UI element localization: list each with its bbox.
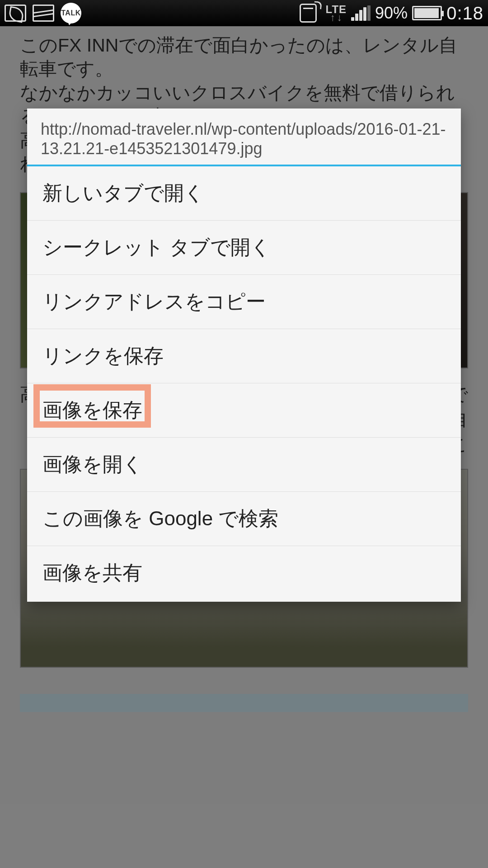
menu-open-new-tab[interactable]: 新しいタブで開く (27, 166, 461, 221)
lte-indicator: LTE ↑↓ (326, 5, 347, 22)
menu-save-link[interactable]: リンクを保存 (27, 329, 461, 383)
screenshot-icon (33, 5, 54, 22)
menu-open-incognito-tab[interactable]: シークレット タブで開く (27, 221, 461, 275)
clock: 0:18 (446, 3, 483, 24)
image-context-menu: http://nomad-traveler.nl/wp-content/uplo… (27, 108, 461, 602)
menu-copy-link-address[interactable]: リンクアドレスをコピー (27, 275, 461, 329)
battery-percent: 90% (375, 4, 408, 23)
menu-share-image[interactable]: 画像を共有 (27, 546, 461, 602)
menu-search-image-google[interactable]: この画像を Google で検索 (27, 492, 461, 546)
talk-app-icon: TALK (61, 3, 81, 24)
context-menu-title: http://nomad-traveler.nl/wp-content/uplo… (27, 108, 461, 165)
battery-icon (412, 6, 442, 20)
talk-label: TALK (61, 9, 80, 17)
status-bar: TALK LTE ↑↓ 90% 0:18 (0, 0, 488, 26)
lte-label: LTE (326, 5, 347, 14)
eco-icon (5, 5, 26, 22)
vibrate-icon (300, 4, 317, 23)
menu-open-image[interactable]: 画像を開く (27, 438, 461, 492)
cell-signal-icon (351, 5, 371, 21)
menu-save-image[interactable]: 画像を保存 (27, 383, 461, 438)
data-arrows-icon: ↑↓ (330, 14, 342, 22)
